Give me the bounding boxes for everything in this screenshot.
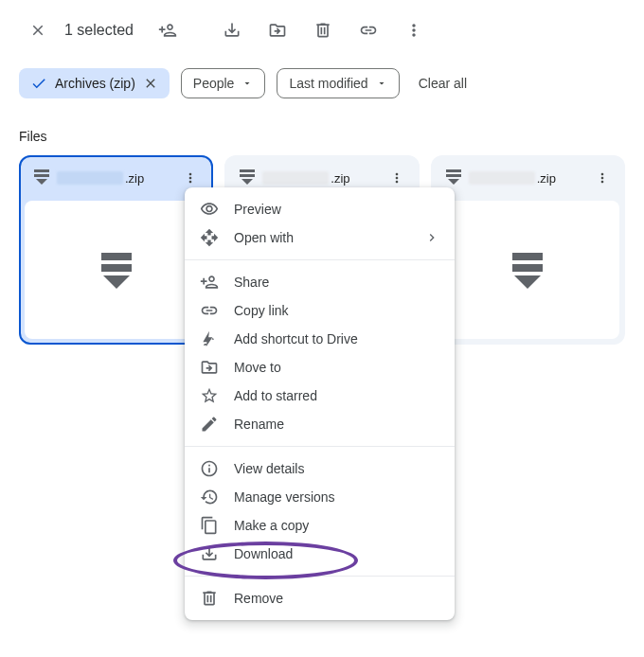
dropdown-icon [242,78,253,89]
chip-label: People [193,76,235,91]
file-preview [25,201,207,339]
zip-large-icon [99,249,134,291]
file-more-button[interactable] [591,167,614,189]
menu-share[interactable]: Share [185,268,455,296]
check-icon [30,75,47,92]
move-button[interactable] [259,11,296,49]
pencil-icon [200,415,219,434]
file-extension: .zip [331,171,349,186]
download-button[interactable] [213,11,251,49]
open-with-icon [200,228,219,247]
file-card[interactable]: .zip [431,155,625,345]
close-icon [143,76,158,91]
menu-label: View details [234,461,304,476]
menu-remove[interactable]: Remove [185,584,455,613]
context-menu: Preview Open with Share Copy link Add sh… [185,187,455,620]
svg-marker-14 [448,179,459,185]
copy-icon [200,516,219,535]
chip-remove-button[interactable] [143,76,158,91]
menu-label: Manage versions [234,489,335,505]
file-extension: .zip [125,171,144,186]
menu-open-with[interactable]: Open with [185,223,455,252]
svg-marker-8 [242,179,253,185]
zip-large-icon [510,249,545,291]
dropdown-icon [376,78,387,89]
zip-file-icon [446,169,461,186]
delete-button[interactable] [304,11,342,49]
svg-rect-1 [34,174,49,177]
clear-all-button[interactable]: Clear all [411,76,474,91]
menu-label: Preview [234,202,281,217]
menu-divider [185,576,455,577]
menu-divider [185,446,455,447]
filters-row: Archives (zip) People Last modified Clea… [0,61,644,106]
svg-rect-13 [446,174,461,177]
section-title-files: Files [0,106,644,155]
menu-label: Download [234,546,293,561]
selection-toolbar: 1 selected [0,0,644,61]
svg-rect-15 [512,253,543,260]
file-more-button[interactable] [385,167,408,189]
file-extension: .zip [537,171,556,186]
close-selection-button[interactable] [19,11,57,49]
share-button[interactable] [149,11,187,49]
menu-copy-link[interactable]: Copy link [185,296,455,325]
zip-file-icon [240,169,255,186]
menu-view-details[interactable]: View details [185,454,455,483]
menu-label: Open with [234,230,294,245]
chip-label: Last modified [289,76,367,91]
svg-rect-16 [512,264,543,272]
menu-label: Share [234,275,269,290]
person-add-icon [200,273,219,292]
svg-rect-7 [240,174,255,177]
svg-marker-5 [103,275,130,289]
more-vert-icon [404,21,423,40]
svg-marker-2 [36,179,47,185]
file-more-button[interactable] [179,167,202,189]
menu-move-to[interactable]: Move to [185,353,455,382]
star-icon [200,386,219,405]
close-icon [29,22,46,39]
menu-label: Make a copy [234,518,309,533]
menu-divider [185,259,455,260]
menu-label: Copy link [234,303,289,318]
trash-icon [313,21,332,40]
menu-download[interactable]: Download [185,540,455,568]
zip-file-icon [34,169,49,186]
menu-label: Rename [234,417,284,432]
menu-label: Add shortcut to Drive [234,331,358,346]
menu-make-copy[interactable]: Make a copy [185,511,455,540]
chip-label: Archives (zip) [55,76,135,91]
file-preview [437,201,619,339]
menu-add-shortcut[interactable]: Add shortcut to Drive [185,325,455,353]
history-icon [200,488,219,506]
menu-rename[interactable]: Rename [185,410,455,438]
menu-add-starred[interactable]: Add to starred [185,382,455,410]
link-icon [200,301,219,320]
menu-label: Move to [234,360,281,375]
svg-rect-0 [34,169,49,172]
get-link-button[interactable] [349,11,387,49]
file-header: .zip [431,155,625,201]
svg-rect-6 [240,169,255,172]
selected-count: 1 selected [64,22,134,39]
file-name-redacted [469,171,535,185]
folder-move-icon [268,21,287,40]
more-vert-icon [183,170,198,186]
menu-label: Remove [234,591,283,606]
svg-rect-4 [101,264,132,272]
more-vert-icon [389,170,404,186]
file-name-redacted [262,171,329,185]
menu-manage-versions[interactable]: Manage versions [185,483,455,511]
folder-move-icon [200,358,219,377]
file-name-redacted [57,171,123,185]
more-actions-button[interactable] [395,11,433,49]
chip-last-modified[interactable]: Last modified [277,68,399,98]
chip-people[interactable]: People [181,68,266,98]
chip-archives-zip[interactable]: Archives (zip) [19,68,170,98]
menu-label: Add to starred [234,388,317,403]
more-vert-icon [595,170,610,186]
menu-preview[interactable]: Preview [185,195,455,223]
link-icon [359,21,378,40]
trash-icon [200,589,219,608]
